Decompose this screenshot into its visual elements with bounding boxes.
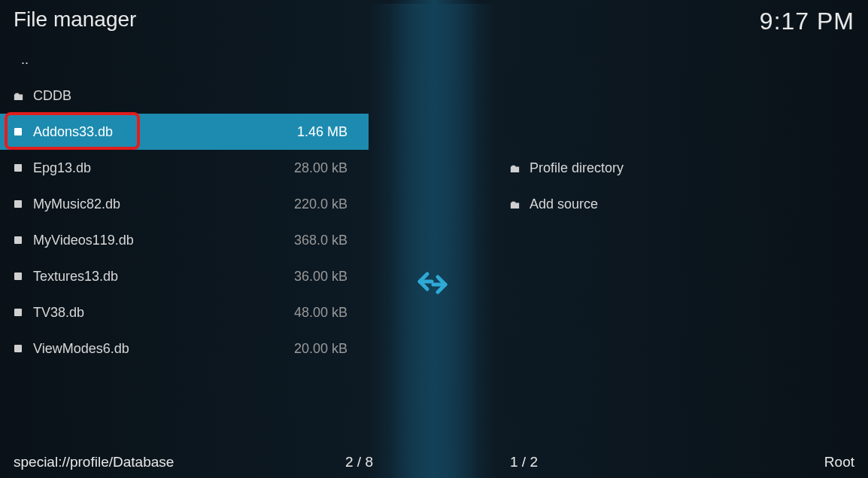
transfer-arrows-icon	[417, 271, 448, 301]
list-item[interactable]: Textures13.db36.00 kB	[0, 258, 369, 294]
left-path: special://profile/Database	[14, 454, 174, 470]
item-size: 48.00 kB	[294, 305, 357, 321]
main-content: .. 🖿CDDBAddons33.db1.46 MBEpg13.db28.00 …	[0, 41, 868, 444]
item-name: TV38.db	[33, 305, 294, 321]
file-icon	[12, 236, 24, 244]
list-item[interactable]: MyMusic82.db220.0 kB	[0, 186, 369, 222]
item-name: Profile directory	[530, 160, 856, 176]
header: File manager 9:17 PM	[0, 0, 868, 41]
folder-icon: 🖿	[508, 198, 520, 211]
center-divider	[369, 4, 496, 478]
right-label: Root	[824, 454, 854, 470]
file-icon	[12, 345, 24, 352]
footer-right: 1 / 2 Root	[510, 454, 854, 470]
right-panel: 🖿Profile directory🖿Add source	[496, 41, 868, 444]
file-icon	[12, 200, 24, 208]
item-size: 36.00 kB	[294, 269, 357, 285]
item-name: Epg13.db	[33, 160, 294, 176]
item-name: Textures13.db	[33, 269, 294, 285]
footer-left: special://profile/Database 2 / 8	[14, 454, 382, 470]
folder-icon: 🖿	[508, 162, 520, 175]
footer: special://profile/Database 2 / 8 1 / 2 R…	[0, 448, 868, 478]
parent-dir-item[interactable]: ..	[0, 41, 369, 78]
list-item[interactable]: MyVideos119.db368.0 kB	[0, 222, 369, 258]
clock: 9:17 PM	[760, 8, 854, 35]
list-item[interactable]: Epg13.db28.00 kB	[0, 150, 369, 186]
file-icon	[12, 272, 24, 280]
item-size: 220.0 kB	[294, 196, 357, 212]
file-icon	[12, 164, 24, 172]
item-size: 20.00 kB	[294, 341, 357, 357]
item-name: MyMusic82.db	[33, 196, 294, 212]
item-name: MyVideos119.db	[33, 233, 294, 248]
list-item[interactable]: 🖿CDDB	[0, 78, 369, 114]
item-size: 1.46 MB	[297, 124, 357, 140]
item-name: ViewModes6.db	[33, 341, 294, 357]
left-panel: .. 🖿CDDBAddons33.db1.46 MBEpg13.db28.00 …	[0, 41, 369, 444]
item-size: 28.00 kB	[294, 160, 357, 176]
list-item[interactable]: TV38.db48.00 kB	[0, 294, 369, 330]
item-name: Addons33.db	[33, 124, 297, 140]
list-item[interactable]: 🖿Add source	[496, 186, 868, 222]
list-item[interactable]: ViewModes6.db20.00 kB	[0, 330, 369, 367]
list-item[interactable]: 🖿Profile directory	[496, 150, 868, 186]
right-count: 1 / 2	[510, 454, 547, 470]
folder-icon: 🖿	[12, 90, 24, 102]
file-icon	[12, 128, 24, 135]
file-icon	[12, 309, 24, 316]
item-name: Add source	[530, 196, 856, 212]
page-title: File manager	[14, 8, 136, 32]
left-count: 2 / 8	[345, 454, 382, 470]
item-size: 368.0 kB	[294, 233, 357, 248]
item-name: CDDB	[33, 88, 357, 104]
list-item[interactable]: Addons33.db1.46 MB	[0, 114, 369, 150]
parent-dir-label: ..	[21, 52, 29, 68]
